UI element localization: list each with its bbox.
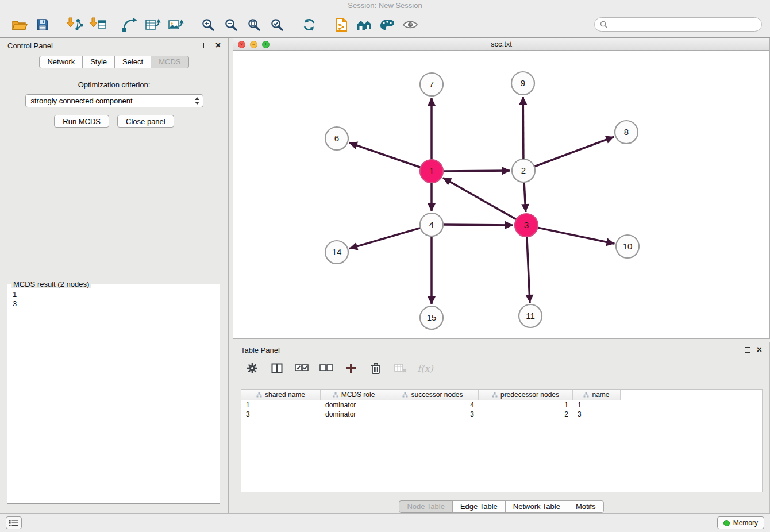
control-panel-close-icon[interactable]: ×: [215, 42, 221, 49]
home-button[interactable]: [353, 13, 376, 36]
column-header-MCDS-role[interactable]: MCDS role: [321, 390, 387, 400]
node-4[interactable]: 4: [420, 213, 443, 236]
node-table: shared nameMCDS rolesuccessor nodesprede…: [241, 389, 763, 492]
tab-mcds[interactable]: MCDS: [151, 56, 188, 68]
node-10[interactable]: 10: [616, 235, 639, 258]
table-cell: 2: [479, 410, 573, 419]
network-graph[interactable]: 7968124314101511: [233, 51, 770, 339]
apply-style-button[interactable]: [376, 13, 399, 36]
command-panel-button[interactable]: [6, 516, 22, 529]
tab-style[interactable]: Style: [82, 56, 115, 68]
control-panel-float-icon[interactable]: [203, 43, 209, 48]
network-window-title: scc.txt: [491, 40, 512, 48]
deselect-all-button[interactable]: [318, 360, 334, 376]
column-header-name[interactable]: name: [573, 390, 621, 400]
zoom-selected-icon: [270, 18, 284, 32]
node-14[interactable]: 14: [325, 241, 348, 264]
node-6[interactable]: 6: [325, 127, 348, 150]
node-label: 14: [332, 247, 342, 257]
zoom-out-button[interactable]: [220, 13, 242, 36]
add-row-button[interactable]: [343, 360, 359, 376]
first-neighbors-button[interactable]: [118, 13, 141, 36]
run-mcds-button[interactable]: Run MCDS: [54, 115, 109, 128]
node-11[interactable]: 11: [519, 304, 542, 327]
edge-4-3[interactable]: [443, 225, 513, 225]
network-canvas[interactable]: 7968124314101511: [233, 51, 769, 338]
gear-button[interactable]: [244, 360, 260, 376]
node-3[interactable]: 3: [515, 214, 538, 237]
tab-network-table[interactable]: Network Table: [505, 500, 568, 513]
node-8[interactable]: 8: [615, 121, 638, 144]
table-panel-float-icon[interactable]: [745, 347, 750, 353]
maximize-window-icon[interactable]: +: [262, 41, 270, 48]
control-panel: Control Panel × NetworkStyleSelectMCDS O…: [0, 38, 229, 513]
new-network-from-selection-button[interactable]: [141, 13, 164, 36]
tab-select[interactable]: Select: [114, 56, 151, 68]
zoom-in-button[interactable]: [197, 13, 220, 36]
edge-2-8[interactable]: [534, 137, 614, 167]
node-7[interactable]: 7: [420, 73, 443, 96]
export-image-button[interactable]: [164, 13, 187, 36]
node-label: 7: [429, 79, 434, 89]
select-all-icon: [295, 364, 309, 373]
refresh-icon: [302, 18, 317, 32]
import-table-button[interactable]: [86, 13, 109, 36]
table-row[interactable]: 1dominator411: [241, 400, 762, 410]
delete-icon: [371, 363, 381, 374]
edge-4-14[interactable]: [349, 228, 421, 249]
table-cell: dominator: [321, 400, 387, 410]
open-session-button[interactable]: [8, 13, 31, 36]
column-header-successor-nodes[interactable]: successor nodes: [387, 390, 479, 400]
show-graphics-details-button[interactable]: [399, 13, 422, 36]
edge-3-11[interactable]: [527, 237, 530, 303]
save-session-button[interactable]: [31, 13, 54, 36]
memory-button[interactable]: Memory: [717, 516, 764, 529]
import-network-button[interactable]: [63, 13, 86, 36]
edge-3-10[interactable]: [538, 228, 615, 244]
node-1[interactable]: 1: [420, 160, 443, 183]
node-label: 11: [526, 311, 535, 321]
show-graphics-details-icon: [402, 19, 418, 30]
node-2[interactable]: 2: [512, 159, 535, 182]
memory-status-icon: [723, 520, 730, 526]
select-all-button[interactable]: [294, 360, 310, 376]
mcds-result-list: 13: [7, 290, 220, 309]
tab-motifs[interactable]: Motifs: [568, 500, 604, 513]
main-area: Control Panel × NetworkStyleSelectMCDS O…: [0, 38, 770, 513]
delete-columns-button[interactable]: [392, 360, 409, 376]
delete-button[interactable]: [368, 360, 384, 376]
column-header-label: name: [592, 391, 609, 399]
refresh-button[interactable]: [298, 13, 321, 36]
function-builder-button[interactable]: f(x): [417, 360, 433, 376]
show-columns-button[interactable]: [269, 360, 285, 376]
edge-2-3[interactable]: [524, 182, 526, 212]
control-panel-title: Control Panel: [7, 41, 53, 50]
close-panel-button[interactable]: Close panel: [117, 115, 174, 128]
network-document-button[interactable]: [330, 13, 353, 36]
close-window-icon[interactable]: ×: [238, 41, 245, 48]
search-input[interactable]: [611, 20, 756, 29]
edge-1-2[interactable]: [443, 171, 510, 171]
zoom-selected-button[interactable]: [265, 13, 288, 36]
edge-1-6[interactable]: [349, 143, 421, 168]
table-panel-header: Table Panel ×: [233, 342, 769, 357]
table-panel-close-icon[interactable]: ×: [757, 346, 762, 353]
control-panel-header: Control Panel ×: [0, 38, 228, 53]
edge-3-1[interactable]: [443, 178, 517, 219]
zoom-fit-button[interactable]: [242, 13, 265, 36]
minimize-window-icon[interactable]: −: [250, 41, 257, 48]
table-cell: 1: [241, 400, 321, 410]
tab-node-table[interactable]: Node Table: [399, 500, 453, 513]
control-panel-tabs: NetworkStyleSelectMCDS: [0, 56, 228, 68]
table-row[interactable]: 3dominator323: [241, 410, 762, 419]
edge-2-9[interactable]: [523, 97, 523, 159]
column-header-shared-name[interactable]: shared name: [241, 390, 321, 400]
tab-edge-table[interactable]: Edge Table: [452, 500, 506, 513]
node-9[interactable]: 9: [511, 72, 534, 95]
delete-columns-icon: [394, 363, 407, 373]
criterion-select[interactable]: strongly connected component: [25, 94, 203, 107]
tab-network[interactable]: Network: [39, 56, 83, 68]
window-title: Session: New Session: [348, 1, 422, 10]
column-header-predecessor-nodes[interactable]: predecessor nodes: [479, 390, 573, 400]
node-15[interactable]: 15: [420, 306, 443, 329]
